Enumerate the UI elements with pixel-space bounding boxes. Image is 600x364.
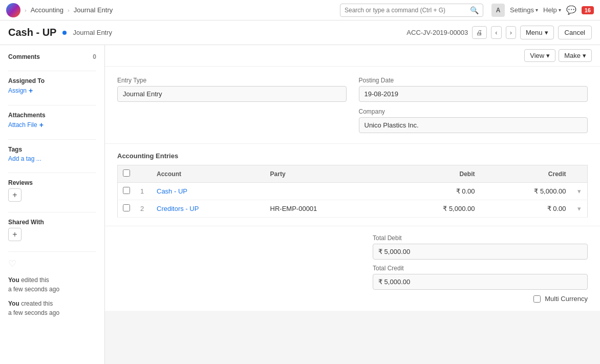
attach-plus-icon: + bbox=[39, 121, 44, 129]
row2-credit: ₹ 0.00 bbox=[480, 200, 571, 218]
sidebar: Comments 0 Assigned To Assign + Attachme… bbox=[0, 45, 105, 364]
row2-debit: ₹ 5,000.00 bbox=[389, 200, 480, 218]
add-review-button[interactable]: + bbox=[8, 188, 22, 202]
prev-button[interactable]: ‹ bbox=[491, 26, 501, 39]
total-credit-group: Total Credit ₹ 5,000.00 bbox=[373, 265, 588, 290]
select-all-checkbox[interactable] bbox=[123, 169, 130, 177]
row2-checkbox-cell bbox=[118, 200, 136, 218]
attachments-section: Attachments Attach File + bbox=[8, 112, 96, 129]
search-input[interactable] bbox=[345, 7, 468, 14]
make-caret: ▾ bbox=[583, 52, 586, 59]
company-field[interactable]: Unico Plastics Inc. bbox=[359, 117, 588, 133]
entries-table: Account Party Debit Credit 1 bbox=[117, 165, 588, 218]
nav-actions: A Settings ▾ Help ▾ 💬 16 bbox=[491, 4, 594, 17]
sidebar-divider-1 bbox=[8, 71, 96, 71]
comments-count: 0 bbox=[93, 53, 96, 60]
header-debit: Debit bbox=[389, 165, 480, 183]
sidebar-divider-2 bbox=[8, 105, 96, 105]
make-button[interactable]: Make ▾ bbox=[559, 49, 592, 62]
cancel-button[interactable]: Cancel bbox=[558, 26, 592, 39]
document-id: ACC-JV-2019-00003 bbox=[406, 29, 468, 36]
breadcrumb-chevron-2: › bbox=[68, 7, 70, 13]
sidebar-divider-4 bbox=[8, 173, 96, 173]
settings-button[interactable]: Settings ▾ bbox=[510, 6, 538, 14]
view-button[interactable]: View ▾ bbox=[524, 49, 555, 62]
activity-action-2: created this bbox=[21, 300, 53, 307]
row1-debit: ₹ 0.00 bbox=[389, 183, 480, 200]
view-caret: ▾ bbox=[546, 52, 550, 59]
add-shared-button[interactable]: + bbox=[8, 228, 22, 241]
status-dot bbox=[62, 31, 67, 35]
menu-button[interactable]: Menu ▾ bbox=[520, 26, 554, 39]
posting-date-field[interactable]: 19-08-2019 bbox=[359, 86, 588, 102]
avatar-button[interactable]: A bbox=[491, 4, 505, 17]
next-button[interactable]: › bbox=[506, 26, 516, 39]
header-checkbox-col bbox=[118, 165, 136, 183]
activity-user-2: You bbox=[8, 300, 19, 307]
sidebar-divider-6 bbox=[8, 251, 96, 252]
assigned-to-label: Assigned To bbox=[8, 77, 96, 84]
row1-checkbox[interactable] bbox=[123, 187, 130, 194]
activity-action-1: edited this bbox=[21, 276, 49, 284]
row1-party[interactable] bbox=[265, 183, 389, 200]
search-icon: 🔍 bbox=[470, 6, 479, 14]
table-row: 2 Creditors - UP HR-EMP-00001 ₹ 5,000.00… bbox=[118, 200, 588, 218]
activity-entry-2: You created this a few seconds ago bbox=[8, 299, 96, 317]
posting-date-label: Posting Date bbox=[359, 77, 588, 84]
row1-credit: ₹ 5,000.00 bbox=[480, 183, 571, 200]
settings-caret: ▾ bbox=[535, 7, 538, 13]
attach-file-action[interactable]: Attach File + bbox=[8, 121, 96, 129]
help-button[interactable]: Help ▾ bbox=[543, 6, 561, 14]
top-navigation: › Accounting › Journal Entry 🔍 A Setting… bbox=[0, 0, 600, 20]
total-credit-value: ₹ 5,000.00 bbox=[373, 274, 588, 290]
journal-entry-label: Journal Entry bbox=[73, 29, 112, 36]
total-debit-value: ₹ 5,000.00 bbox=[373, 244, 588, 260]
shared-with-section: Shared With + bbox=[8, 219, 96, 241]
assigned-to-section: Assigned To Assign + bbox=[8, 77, 96, 95]
print-button[interactable]: 🖨 bbox=[472, 26, 487, 39]
breadcrumb-accounting[interactable]: Accounting bbox=[31, 6, 63, 14]
entry-type-group: Entry Type Journal Entry bbox=[117, 77, 347, 133]
search-bar: 🔍 bbox=[340, 4, 483, 17]
row1-account[interactable]: Cash - UP bbox=[152, 183, 265, 200]
header-num-col bbox=[135, 165, 152, 183]
assign-action[interactable]: Assign + bbox=[8, 87, 96, 95]
sidebar-divider-3 bbox=[8, 139, 96, 140]
total-credit-label: Total Credit bbox=[373, 265, 588, 272]
row1-checkbox-cell bbox=[118, 183, 136, 200]
row1-action[interactable]: ▾ bbox=[571, 183, 588, 200]
multi-currency-label: Multi Currency bbox=[545, 295, 588, 303]
row2-action[interactable]: ▾ bbox=[571, 200, 588, 218]
heart-icon[interactable]: ♡ bbox=[8, 258, 96, 269]
header-party: Party bbox=[265, 165, 389, 183]
add-tag-action[interactable]: Add a tag ... bbox=[8, 155, 96, 162]
breadcrumb-journal-entry[interactable]: Journal Entry bbox=[74, 6, 113, 14]
header-right: ACC-JV-2019-00003 🖨 ‹ › Menu ▾ Cancel bbox=[406, 26, 592, 39]
entry-type-field[interactable]: Journal Entry bbox=[117, 86, 347, 102]
tags-section: Tags Add a tag ... bbox=[8, 146, 96, 162]
comments-label: Comments 0 bbox=[8, 53, 96, 60]
total-debit-label: Total Debit bbox=[373, 234, 588, 242]
activity-time-2: a few seconds ago bbox=[8, 309, 59, 316]
tags-label: Tags bbox=[8, 146, 96, 153]
content-inner: View ▾ Make ▾ Entry Type Journal Entry P… bbox=[105, 45, 600, 311]
page-header: Cash - UP Journal Entry ACC-JV-2019-0000… bbox=[0, 20, 600, 45]
content-area: View ▾ Make ▾ Entry Type Journal Entry P… bbox=[105, 45, 600, 364]
row2-party: HR-EMP-00001 bbox=[265, 200, 389, 218]
comments-section: Comments 0 bbox=[8, 53, 96, 60]
totals-section: Total Debit ₹ 5,000.00 Total Credit ₹ 5,… bbox=[105, 226, 600, 311]
row2-account[interactable]: Creditors - UP bbox=[152, 200, 265, 218]
form-row: Entry Type Journal Entry Posting Date 19… bbox=[117, 77, 588, 133]
main-layout: Comments 0 Assigned To Assign + Attachme… bbox=[0, 45, 600, 364]
notification-badge[interactable]: 16 bbox=[582, 6, 594, 14]
activity-user-1: You bbox=[8, 276, 19, 284]
menu-caret: ▾ bbox=[545, 29, 548, 36]
reviews-label: Reviews bbox=[8, 179, 96, 186]
app-logo bbox=[6, 3, 20, 17]
row2-checkbox[interactable] bbox=[123, 204, 130, 211]
view-make-toolbar: View ▾ Make ▾ bbox=[105, 45, 600, 67]
attachments-label: Attachments bbox=[8, 112, 96, 119]
page-title: Cash - UP bbox=[8, 27, 56, 38]
multi-currency-checkbox[interactable] bbox=[533, 295, 541, 303]
total-debit-group: Total Debit ₹ 5,000.00 bbox=[373, 234, 588, 260]
